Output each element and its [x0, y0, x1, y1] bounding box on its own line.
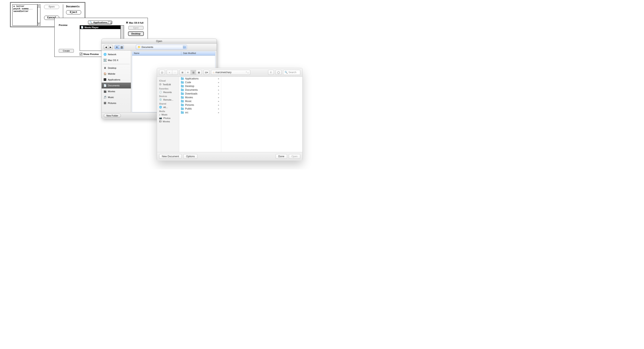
sidebar-item-remote[interactable]: 💿Remote...	[157, 98, 179, 102]
forward-button[interactable]: ›	[172, 70, 178, 75]
list-item[interactable]: psych summa...	[14, 8, 36, 10]
folder-icon	[181, 93, 184, 95]
column-1[interactable]: Applications▸ Code▸ Desktop▸ Documents▸ …	[179, 77, 221, 152]
item-label: Code	[185, 81, 191, 84]
group-button[interactable]: ⊟▾	[204, 70, 209, 75]
nav-buttons: ◀ ▶	[104, 45, 113, 49]
icon-view-button[interactable]: ⊞	[180, 70, 185, 75]
tags-button[interactable]: ◯	[276, 70, 281, 75]
folder-icon	[181, 81, 184, 84]
folder-icon	[181, 96, 184, 99]
disk-icon: 💽	[103, 58, 107, 62]
modern-open-dialog: ◫ ‹ › ⊞ ≡ ▥ ▦ ⊟▾ ⌂ marcinwichary ⌃⌄ ⇧ ◯ …	[157, 68, 302, 160]
music-icon: 🎵	[103, 96, 107, 99]
folder-icon	[181, 89, 184, 91]
column-2[interactable]	[221, 77, 302, 152]
column-view-button[interactable]: ▥	[119, 45, 124, 49]
desktop-button[interactable]: Desktop	[128, 32, 144, 36]
back-button[interactable]: ◀	[104, 45, 108, 49]
gallery-view-button[interactable]: ▦	[196, 70, 202, 75]
sidebar-label: Documents	[108, 84, 120, 87]
list-item[interactable]: Desktop▸	[179, 84, 221, 88]
eject-button[interactable]: Eject	[128, 26, 144, 30]
chevron-right-icon: ▸	[218, 104, 219, 106]
preview-label: Preview	[59, 24, 68, 26]
tags-button-wrap: ◯	[276, 70, 282, 75]
item-label: Desktop	[185, 85, 194, 88]
list-view-button[interactable]: ≡	[114, 45, 119, 49]
sidebar-label: Movies	[163, 120, 170, 123]
column-headers[interactable]: Name Date Modified	[132, 52, 215, 56]
sidebar-item-music[interactable]: 🎵Music	[102, 94, 131, 100]
done-button[interactable]: Done	[276, 154, 287, 159]
search-field[interactable]: 🔍 Search	[283, 70, 300, 75]
list-item[interactable]: Applications▸	[179, 77, 221, 80]
sidebar-item-applications[interactable]: 🅰Applications	[102, 77, 131, 82]
film-icon: 🎞	[159, 120, 162, 123]
list-item[interactable]: Public▸	[179, 107, 221, 110]
scroll-up-icon[interactable]: ▲	[38, 4, 40, 7]
list-item-selected[interactable]: 📄 Movie Player	[80, 26, 121, 29]
list-item[interactable]: Music▸	[179, 99, 221, 103]
folder-icon	[181, 108, 184, 110]
sidebar-item-music[interactable]: ♪Music	[157, 113, 179, 116]
path-popup[interactable]: ⌂ marcinwichary ⌃⌄	[211, 70, 250, 75]
sidebar-toggle-button[interactable]: ◫	[159, 70, 165, 75]
list-item[interactable]: Documents▸	[179, 88, 221, 92]
list-item[interactable]: Pictures▸	[179, 103, 221, 107]
item-label: src	[185, 111, 188, 114]
popup-label: Applications	[93, 21, 107, 24]
list-item-label: Movie Player	[84, 26, 98, 29]
list-item[interactable]: savedletter	[14, 10, 36, 12]
new-document-button[interactable]: New Document	[159, 154, 182, 159]
sidebar-item-movies[interactable]: 🎞Movies	[157, 120, 179, 123]
sidebar-item-desktop[interactable]: 🖥Desktop	[102, 65, 131, 71]
sidebar-item-movies[interactable]: 🎬Movies	[102, 88, 131, 94]
sidebar-item-macosx[interactable]: 💽Mac OS X	[102, 57, 131, 63]
scrollbar[interactable]: ▲ ▼	[38, 4, 40, 26]
file-list[interactable]: a letter psych summa... savedletter	[12, 4, 38, 26]
network-icon: 🌐	[103, 53, 107, 56]
sidebar-item-home[interactable]: 🏠Midnite	[102, 71, 131, 77]
list-item[interactable]: Movies▸	[179, 96, 221, 99]
sidebar-item-all[interactable]: 🌐All...	[157, 106, 179, 109]
share-button[interactable]: ⇧	[268, 70, 274, 75]
open-button[interactable]: Open	[44, 5, 59, 9]
back-button[interactable]: ‹	[167, 70, 172, 75]
list-item[interactable]: Code▸	[179, 80, 221, 84]
item-label: Public	[185, 107, 192, 110]
sidebar-item-photos[interactable]: 📷Photos	[157, 116, 179, 120]
create-button[interactable]: Create	[59, 49, 74, 53]
col-date[interactable]: Date Modified	[181, 52, 215, 56]
chevron-right-icon: ▸	[218, 85, 219, 88]
options-button[interactable]: Options	[183, 154, 198, 159]
list-view-button[interactable]: ≡	[185, 70, 191, 75]
eject-button[interactable]: Eject	[66, 10, 81, 14]
list-item[interactable]: a letter	[14, 5, 36, 8]
forward-button[interactable]: ▶	[108, 45, 113, 49]
new-folder-button[interactable]: New Folder	[104, 114, 121, 118]
sidebar-item-documents[interactable]: 📄Documents	[102, 82, 131, 88]
folder-icon	[181, 104, 184, 106]
chevron-right-icon: ▸	[218, 107, 219, 110]
column-view-button[interactable]: ▥	[191, 70, 196, 75]
show-preview-checkbox[interactable]: ✔ Show Preview	[80, 53, 99, 56]
movies-icon: 🎬	[103, 90, 107, 93]
list-item[interactable]: src▸	[179, 110, 221, 114]
col-name[interactable]: Name	[132, 52, 181, 56]
sidebar-label: Network	[108, 53, 116, 56]
group-by: ⊟▾	[204, 70, 209, 75]
list-item[interactable]: Downloads▸	[179, 92, 221, 96]
path-popup[interactable]: 📁 Documents	[136, 45, 187, 49]
sidebar-item-recents[interactable]: 🕘Recents	[157, 90, 179, 94]
folder-icon	[181, 100, 184, 102]
sidebar-item-pictures[interactable]: 🖼Pictures	[102, 100, 131, 106]
folder-icon: 📁	[137, 46, 141, 49]
magnifier-icon: 🔍	[90, 21, 92, 24]
sidebar-item-textedit[interactable]: ⒶTextEdit	[157, 82, 179, 86]
open-button[interactable]: Open	[289, 154, 300, 159]
sidebar-label: Pictures	[108, 102, 116, 104]
folder-popup[interactable]: 🔍 Applications	[88, 20, 112, 24]
sidebar-item-network[interactable]: 🌐Network	[102, 52, 131, 57]
scroll-down-icon[interactable]: ▼	[38, 23, 40, 26]
